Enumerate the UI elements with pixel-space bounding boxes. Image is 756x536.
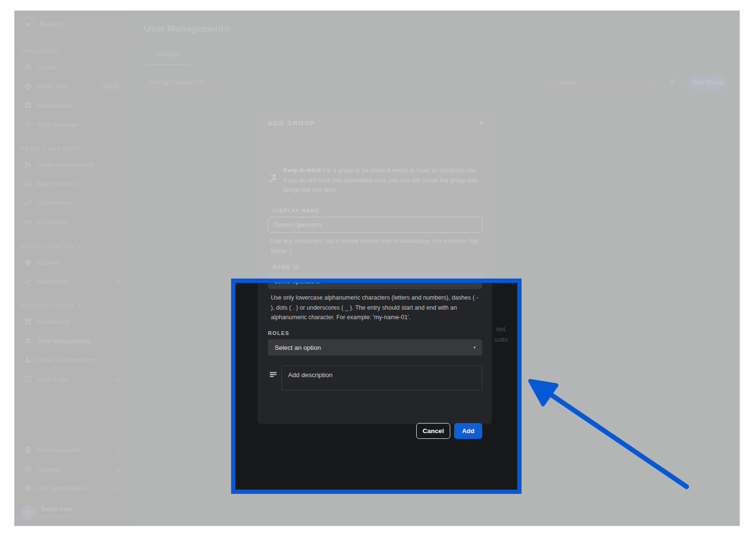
display-name-input[interactable]	[268, 217, 482, 233]
name-id-input[interactable]	[268, 273, 482, 289]
app-window: K Kelvin OPERATIONS ▾ Assets Asset Map B…	[14, 11, 740, 526]
note-title: Keep in mind	[283, 167, 321, 174]
roles-select[interactable]: Select an option ▾	[268, 339, 482, 356]
add-button[interactable]: Add	[454, 423, 482, 439]
modal-footer: Cancel Add	[416, 423, 482, 439]
modal-header: ADD GROUP ×	[257, 112, 492, 135]
close-icon[interactable]: ×	[479, 119, 484, 127]
roles-select-value: Select an option	[275, 344, 321, 351]
description-textarea[interactable]	[281, 366, 482, 391]
keep-in-mind-note: Keep in mind For a group to be active it…	[268, 166, 481, 195]
modal-title: ADD GROUP	[268, 120, 315, 127]
cancel-button[interactable]: Cancel	[416, 423, 450, 439]
description-icon	[269, 370, 278, 379]
name-id-label: *NAME ID	[268, 264, 300, 270]
note-text: Keep in mind For a group to be active it…	[283, 166, 478, 195]
name-id-helper: Use only lowercase alphanumeric characte…	[271, 293, 481, 323]
person-info-icon	[268, 172, 278, 183]
chevron-down-icon: ▾	[473, 345, 476, 350]
add-group-modal: ADD GROUP × Keep in mind For a group to …	[257, 112, 492, 424]
required-asterisk: *	[268, 208, 271, 213]
display-name-label: *DISPLAY NAME	[268, 208, 320, 213]
required-asterisk: *	[268, 264, 271, 270]
display-name-helper: Use any characters, but it cannot consis…	[271, 236, 481, 256]
roles-label: ROLES	[268, 330, 289, 336]
